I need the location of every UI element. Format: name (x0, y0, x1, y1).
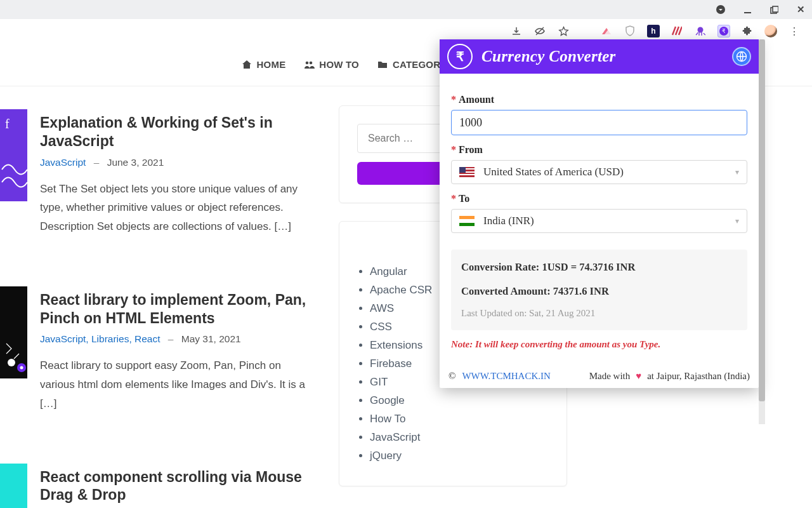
nav-label: HOW TO (319, 59, 359, 70)
to-value: India (INR) (483, 215, 534, 227)
svg-point-19 (8, 359, 15, 366)
converted-amount-text: Converted Amount: 74371.6 INR (461, 285, 737, 298)
kebab-menu-icon[interactable]: ⋮ (788, 25, 801, 37)
amount-label: *Amount (451, 94, 747, 105)
folder-icon (377, 59, 388, 70)
last-updated-text: Last Updated on: Sat, 21 Aug 2021 (461, 308, 737, 319)
to-label: *To (451, 193, 747, 204)
ext-icon-stripes[interactable] (671, 25, 683, 37)
popup-header: ₹ Currency Converter (440, 39, 759, 74)
ext-currency-converter-icon[interactable]: ₹ (717, 25, 730, 37)
download-icon[interactable] (510, 25, 523, 37)
profile-avatar[interactable] (764, 25, 777, 37)
post-thumbnail[interactable] (0, 286, 27, 378)
post-thumbnail[interactable] (0, 464, 27, 509)
globe-icon[interactable] (732, 47, 751, 66)
ext-icon-shield[interactable] (624, 25, 636, 37)
from-value: United States of America (USD) (483, 166, 624, 178)
window-titlebar (0, 0, 812, 19)
from-currency-select[interactable]: United States of America (USD) ▾ (451, 160, 747, 184)
currency-converter-popup: ₹ Currency Converter *Amount *From Unite… (440, 39, 759, 388)
made-with-text: Made with (589, 371, 631, 382)
category-item[interactable]: How To (370, 413, 549, 425)
chevron-down-icon: ▾ (735, 217, 739, 226)
svg-point-10 (306, 61, 309, 64)
us-flag-icon (459, 167, 475, 177)
conversion-rate-text: Conversion Rate: 1USD = 74.3716 INR (461, 261, 737, 274)
post-title[interactable]: React library to implement Zoom, Pan, Pi… (40, 291, 313, 328)
post-item: React component scrolling via Mouse Drag… (0, 460, 322, 509)
category-item[interactable]: jQuery (370, 450, 549, 462)
copyright-icon: © (449, 371, 455, 382)
svg-text:f: f (5, 117, 10, 131)
post-meta: JavaScript, Libraries, React – May 31, 2… (40, 333, 313, 345)
from-label: *From (451, 144, 747, 156)
post-tag[interactable]: JavaScript, Libraries, React (40, 333, 160, 344)
post-title[interactable]: React component scrolling via Mouse Drag… (40, 468, 313, 505)
nav-label: HOME (257, 59, 286, 70)
chevron-down-icon: ▾ (735, 168, 739, 177)
popup-footer: © WWW.TCMHACK.IN Made with ♥ at Jaipur, … (440, 364, 759, 388)
post-excerpt: React library to support easy Zoom, Pan,… (40, 356, 313, 413)
rupee-logo-icon: ₹ (447, 44, 473, 69)
window-maximize-icon[interactable] (769, 4, 779, 15)
category-item[interactable]: Google (370, 394, 549, 407)
post-title[interactable]: Explanation & Working of Set's in JavaSc… (40, 114, 313, 150)
result-box: Conversion Rate: 1USD = 74.3716 INR Conv… (451, 250, 747, 330)
nav-howto[interactable]: HOW TO (303, 59, 359, 70)
category-item[interactable]: JavaScript (370, 431, 549, 444)
post-excerpt: Set The Set object lets you store unique… (40, 180, 313, 236)
heart-icon: ♥ (636, 371, 641, 382)
incognito-eye-icon[interactable] (534, 25, 546, 37)
to-currency-select[interactable]: India (INR) ▾ (451, 209, 747, 233)
post-item: f Explanation & Working of Set's in Java… (0, 105, 322, 254)
svg-rect-3 (773, 6, 778, 12)
popup-title: Currency Converter (481, 48, 616, 65)
footer-location: at Jaipur, Rajasthan (India) (647, 371, 750, 382)
post-date: May 31, 2021 (181, 333, 241, 344)
post-item: React library to implement Zoom, Pan, Pi… (0, 283, 322, 431)
post-tag[interactable]: JavaScript (40, 157, 86, 168)
india-flag-icon (459, 216, 475, 226)
svg-point-7 (698, 27, 704, 33)
ext-icon-octo[interactable] (694, 25, 707, 37)
ext-icon-1[interactable] (600, 25, 613, 37)
popup-scrollbar[interactable] (759, 39, 765, 424)
window-minimize-icon[interactable] (742, 4, 752, 15)
post-meta: JavaScript – June 3, 2021 (40, 157, 313, 168)
home-icon (241, 59, 252, 70)
footer-site-link[interactable]: WWW.TCMHACK.IN (462, 371, 550, 382)
post-date: June 3, 2021 (107, 157, 164, 168)
window-close-icon[interactable] (796, 4, 806, 15)
ext-puzzle-icon[interactable] (741, 25, 754, 37)
dropdown-circle-icon[interactable] (716, 4, 726, 15)
amount-input[interactable] (451, 110, 747, 135)
ext-icon-letter-h[interactable]: h (647, 25, 660, 37)
posts-list: f Explanation & Working of Set's in Java… (0, 105, 322, 508)
nav-home[interactable]: HOME (241, 59, 286, 70)
svg-rect-16 (0, 109, 27, 201)
people-icon (303, 59, 315, 70)
svg-text:₹: ₹ (722, 28, 726, 34)
star-icon[interactable] (557, 25, 570, 37)
svg-point-21 (20, 366, 23, 369)
svg-point-11 (310, 61, 313, 64)
post-thumbnail[interactable]: f (0, 109, 27, 201)
note-text: Note: It will keep converting the amount… (451, 339, 747, 350)
